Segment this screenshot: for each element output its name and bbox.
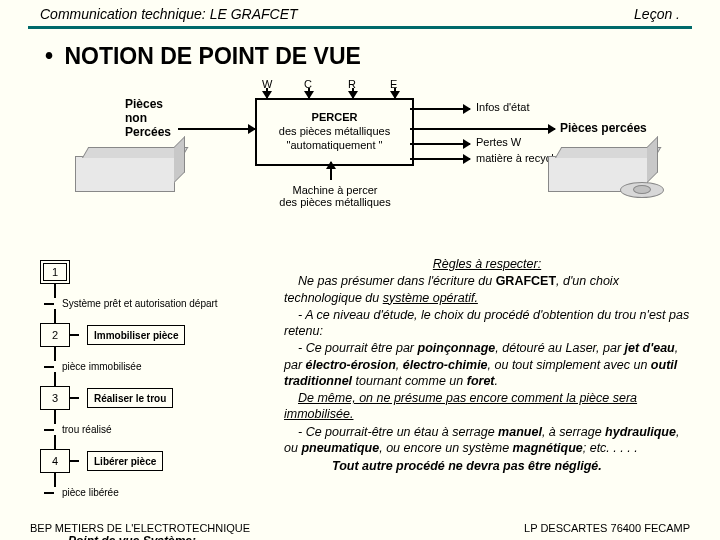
t2: pièce immobilisée <box>62 361 141 372</box>
right-label: Pièces percées <box>560 121 647 135</box>
out2: Pertes W <box>476 136 521 148</box>
title-text: NOTION DE POINT DE VUE <box>64 43 360 69</box>
main-l2: des pièces métalliques <box>257 125 412 139</box>
grafcet-chart: 1 Système prêt et autorisation départ 2I… <box>40 260 250 540</box>
header-right: Leçon . <box>634 6 680 22</box>
a3: Réaliser le trou <box>87 388 173 408</box>
rules-text: Règles à respecter: Ne pas présumer dans… <box>284 256 690 475</box>
out1: Infos d'état <box>476 101 529 113</box>
main-box: PERCER des pièces métalliques "automatiq… <box>255 98 414 166</box>
step-3: 3 <box>40 386 70 410</box>
slide-footer: BEP METIERS DE L'ELECTROTECHNIQUE LP DES… <box>0 522 720 534</box>
footer-right: LP DESCARTES 76400 FECAMP <box>524 522 690 534</box>
arrow-r <box>352 88 354 98</box>
slide-title: • NOTION DE POINT DE VUE <box>0 29 720 76</box>
bottom-label: Machine à percer des pièces métalliques <box>260 184 410 208</box>
rule-last: Tout autre procédé ne devra pas être nég… <box>284 458 690 474</box>
link <box>54 473 56 487</box>
a4: Libérer pièce <box>87 451 163 471</box>
rules-heading: Règles à respecter: <box>284 256 690 272</box>
sadt-diagram: W C R E PERCER des pièces métalliques "a… <box>60 76 690 232</box>
t1: Système prêt et autorisation départ <box>62 298 218 309</box>
step-2: 2 <box>40 323 70 347</box>
left-label: Pièces non Percées <box>125 98 171 139</box>
footer-left: BEP METIERS DE L'ELECTROTECHNIQUE <box>30 522 250 534</box>
disc-icon <box>620 182 664 198</box>
t4: pièce libérée <box>62 487 119 498</box>
link <box>54 410 56 424</box>
t3: trou réalisé <box>62 424 111 435</box>
main-l3: "automatiquement " <box>257 139 412 153</box>
link <box>54 347 56 361</box>
rule-p5: - Ce pourrait-être un étau à serrage man… <box>284 424 690 457</box>
arrow-out3 <box>410 158 470 160</box>
rule-p4: De même, on ne présume pas encore commen… <box>284 390 690 423</box>
lower-section: 1 Système prêt et autorisation départ 2I… <box>0 260 720 512</box>
header-left: Communication technique: LE GRAFCET <box>40 6 298 22</box>
arrow-bottom <box>330 162 332 180</box>
arrow-e <box>394 88 396 98</box>
arrow-out2 <box>410 143 470 145</box>
step-1: 1 <box>40 260 70 284</box>
block-left-icon <box>75 156 175 192</box>
rule-p3: - Ce pourrait être par poinçonnage, déto… <box>284 340 690 389</box>
bullet-icon: • <box>40 43 58 70</box>
link <box>54 372 56 386</box>
arrow-w <box>266 88 268 98</box>
link <box>54 435 56 449</box>
slide-header: Communication technique: LE GRAFCET Leço… <box>0 0 720 26</box>
arrow-out-main <box>410 128 555 130</box>
arrow-c <box>308 88 310 98</box>
a2: Immobiliser pièce <box>87 325 185 345</box>
rule-p2: - A ce niveau d'étude, le choix du procé… <box>284 307 690 340</box>
arrow-out1 <box>410 108 470 110</box>
grafcet-caption: Point de vue Système: <box>68 534 250 540</box>
link <box>54 309 56 323</box>
rule-p1: Ne pas présumer dans l'écriture du GRAFC… <box>284 273 690 306</box>
link <box>54 284 56 298</box>
main-l1: PERCER <box>257 111 412 125</box>
step-4: 4 <box>40 449 70 473</box>
arrow-input <box>178 128 255 130</box>
